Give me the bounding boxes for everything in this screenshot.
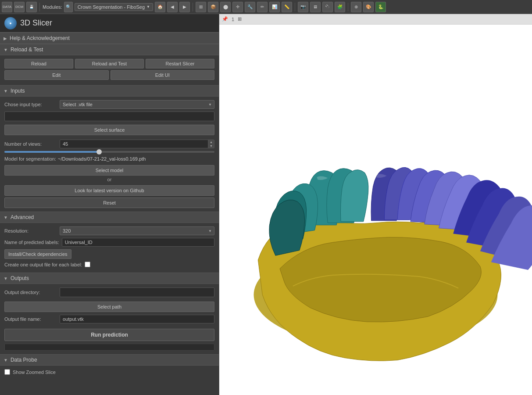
3d-view[interactable] [219, 25, 532, 395]
advanced-arrow: ▼ [4, 215, 8, 220]
plugin-icon[interactable]: 🧩 [335, 2, 345, 12]
sep4 [348, 3, 348, 11]
help-label: Help & Acknowledgement [10, 35, 70, 41]
progress-bar-container [4, 344, 214, 351]
outputs-label: Outputs [11, 275, 29, 281]
save-icon[interactable]: 💾 [26, 2, 37, 12]
data-probe-header[interactable]: ▼ Data Probe [0, 354, 219, 366]
filename-label: Output file name: [4, 316, 57, 322]
tools-icon[interactable]: 🔧 [245, 2, 255, 12]
camera-icon[interactable]: 📷 [298, 2, 308, 12]
labels-row: Name of predicted labels: [4, 238, 214, 247]
search-modules-icon[interactable]: 🔍 [64, 2, 73, 12]
app-title: 3D Slicer [20, 18, 52, 28]
select-model-button[interactable]: Select model [4, 165, 214, 176]
app-logo: ● [4, 17, 17, 29]
labels-input[interactable] [62, 238, 214, 247]
data-icon[interactable]: DATA [2, 2, 12, 12]
ext-icon[interactable]: 🔌 [322, 2, 333, 12]
python-icon[interactable]: 🐍 [375, 2, 386, 12]
inputs-label: Inputs [11, 88, 25, 94]
probe-arrow: ▼ [4, 358, 8, 363]
help-section-header[interactable]: ▶ Help & Acknowledgement [0, 32, 219, 44]
labels-label: Name of predicted labels: [4, 240, 59, 245]
inputs-section-header[interactable]: ▼ Inputs [0, 85, 219, 97]
right-panel: 📌 1 ⊞ [219, 14, 532, 395]
views-input-wrapper[interactable]: ▲ ▼ [60, 140, 214, 148]
reload-button[interactable]: Reload [4, 59, 73, 68]
output-file-checkbox[interactable] [85, 262, 90, 267]
crosshair-icon[interactable]: ✛ [232, 2, 243, 12]
views-down-arrow[interactable]: ▼ [208, 144, 214, 148]
model-path-row: Model for segmentation: ~/Downloads/07-2… [4, 156, 214, 162]
reload-test-button[interactable]: Reload and Test [75, 59, 144, 68]
reload-btn-row: Reload Reload and Test Restart Slicer [4, 59, 214, 68]
module-name: Crown Segmentation - FiboSeg [78, 4, 145, 10]
aim-icon[interactable]: ⊕ [351, 2, 361, 12]
module-home-icon[interactable]: 🏠 [155, 2, 165, 12]
color-icon[interactable]: 🎨 [363, 2, 374, 12]
zoomed-slice-checkbox[interactable] [4, 369, 10, 375]
input-type-label: Chose input type: [4, 102, 57, 107]
inputs-arrow: ▼ [4, 89, 8, 93]
ruler-icon[interactable]: 📏 [282, 2, 292, 12]
inputs-section-content: Chose input type: Select .vtk file Selec… [0, 97, 219, 212]
sep2 [193, 3, 193, 11]
filename-input[interactable] [60, 315, 214, 323]
module-dropdown[interactable]: Crown Segmentation - FiboSeg ▼ [75, 3, 153, 11]
sphere-icon[interactable]: ⬤ [220, 2, 231, 12]
nav-back-icon[interactable]: ◀ [167, 2, 178, 12]
advanced-label: Advanced [11, 214, 34, 220]
input-type-wrapper[interactable]: Select .vtk file Select folder [60, 100, 214, 109]
input-type-select[interactable]: Select .vtk file Select folder [60, 100, 214, 109]
resolution-wrapper[interactable]: 320 160 640 [60, 226, 214, 235]
nav-forward-icon[interactable]: ▶ [179, 2, 190, 12]
screen-icon[interactable]: 🖥 [310, 2, 321, 12]
box-icon[interactable]: 📦 [208, 2, 218, 12]
views-slider-container[interactable] [4, 151, 214, 153]
viewer-grid-icon: ⊞ [238, 16, 242, 22]
zoomed-slice-row: Show Zoomed Slice [4, 369, 214, 375]
edit-button[interactable]: Edit [4, 70, 109, 80]
run-prediction-button[interactable]: Run prediction [4, 329, 214, 341]
directory-label: Output directory: [4, 290, 57, 295]
select-path-button[interactable]: Select path [4, 302, 214, 312]
outputs-section-header[interactable]: ▼ Outputs [0, 273, 219, 284]
resolution-label: Resolution: [4, 228, 57, 233]
toolbar: DATA DCM 💾 Modules: 🔍 Crown Segmentation… [0, 0, 532, 14]
outputs-arrow: ▼ [4, 276, 8, 281]
resolution-select[interactable]: 320 160 640 [60, 226, 214, 235]
output-file-label: Create one output file for each label: [4, 262, 82, 267]
github-button[interactable]: Look for latest version on Github [4, 185, 214, 196]
select-surface-button[interactable]: Select surface [4, 125, 214, 135]
panel-scroll[interactable]: ▶ Help & Acknowledgement ▼ Reload & Test… [0, 32, 219, 395]
sep3 [295, 3, 295, 11]
directory-display [60, 287, 214, 297]
surface-path-display [4, 111, 214, 121]
dental-3d-model [219, 25, 532, 395]
model-path-label: Model for segmentation: [4, 156, 56, 162]
edit-btn-row: Edit Edit UI [4, 70, 214, 80]
help-arrow: ▶ [4, 36, 7, 41]
layout-icon[interactable]: ⊞ [196, 2, 206, 12]
reload-section-content: Reload Reload and Test Restart Slicer Ed… [0, 55, 219, 85]
advanced-section-header[interactable]: ▼ Advanced [0, 212, 219, 223]
reload-section-header[interactable]: ▼ Reload & Test [0, 44, 219, 55]
views-input[interactable] [60, 140, 208, 148]
directory-row: Output directory: [4, 287, 214, 297]
reset-button[interactable]: Reset [4, 198, 214, 208]
dcm-icon[interactable]: DCM [14, 2, 25, 12]
edit-ui-button[interactable]: Edit UI [111, 70, 215, 80]
viewer-pin-icon: 📌 [222, 16, 228, 22]
sep1 [39, 3, 40, 11]
probe-label: Data Probe [11, 357, 37, 363]
pencil-icon[interactable]: ✏ [257, 2, 268, 12]
zoomed-slice-label: Show Zoomed Slice [13, 370, 56, 375]
views-up-arrow[interactable]: ▲ [208, 140, 214, 144]
views-label: Number of views: [4, 141, 57, 147]
restart-slicer-button[interactable]: Restart Slicer [146, 59, 214, 68]
table-icon[interactable]: 📊 [269, 2, 280, 12]
slider-thumb[interactable] [96, 149, 102, 154]
resolution-row: Resolution: 320 160 640 [4, 226, 214, 235]
dependencies-button[interactable]: Install/Check dependencies [4, 249, 71, 259]
